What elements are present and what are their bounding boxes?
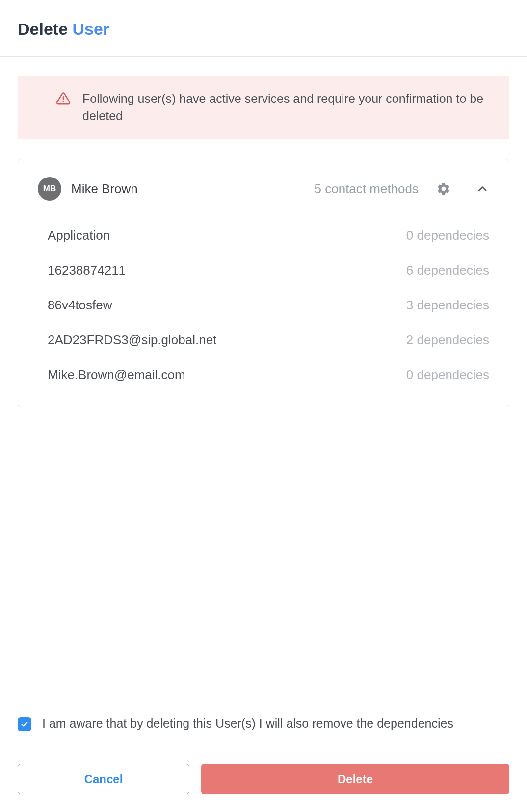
- confirm-text: I am aware that by deleting this User(s)…: [42, 714, 453, 732]
- contact-item: 86v4tosfew 3 dependecies: [48, 288, 489, 323]
- contact-item: 2AD23FRDS3@sip.global.net 2 dependecies: [48, 323, 489, 357]
- check-icon: [21, 720, 28, 728]
- warning-triangle-icon: [56, 91, 71, 106]
- contact-dependencies: 0 dependecies: [406, 367, 489, 382]
- contact-dependencies: 3 dependecies: [406, 298, 489, 313]
- confirm-checkbox[interactable]: [18, 717, 31, 731]
- contact-summary: 5 contact methods: [315, 181, 419, 197]
- user-summary-row: MB Mike Brown 5 contact methods: [38, 177, 489, 201]
- contact-item: Mike.Brown@email.com 0 dependecies: [48, 357, 489, 392]
- dialog-footer: Cancel Delete: [0, 746, 527, 812]
- contact-label: 86v4tosfew: [48, 298, 112, 313]
- warning-alert: Following user(s) have active services a…: [18, 76, 509, 139]
- user-card: MB Mike Brown 5 contact methods Applicat…: [18, 159, 509, 407]
- user-name: Mike Brown: [71, 181, 305, 197]
- dialog-content: Following user(s) have active services a…: [0, 57, 527, 714]
- contact-label: 2AD23FRDS3@sip.global.net: [48, 332, 216, 348]
- contact-dependencies: 0 dependecies: [406, 228, 489, 243]
- contact-item: 16238874211 6 dependecies: [48, 253, 489, 288]
- chevron-up-icon[interactable]: [475, 182, 489, 196]
- gear-icon[interactable]: [436, 181, 451, 196]
- contact-dependencies: 6 dependecies: [406, 263, 489, 278]
- title-user-link[interactable]: User: [73, 20, 110, 38]
- contact-list: Application 0 dependecies 16238874211 6 …: [38, 218, 489, 392]
- contact-label: 16238874211: [48, 263, 126, 278]
- warning-message: Following user(s) have active services a…: [82, 90, 486, 125]
- avatar: MB: [38, 177, 61, 201]
- contact-label: Application: [48, 228, 110, 243]
- title-prefix: Delete: [18, 20, 73, 38]
- page-title: Delete User: [18, 20, 509, 39]
- dialog-header: Delete User: [0, 0, 527, 57]
- confirm-section: I am aware that by deleting this User(s)…: [0, 714, 527, 746]
- delete-button[interactable]: Delete: [201, 764, 509, 794]
- cancel-button[interactable]: Cancel: [18, 764, 189, 794]
- contact-label: Mike.Brown@email.com: [48, 367, 185, 382]
- contact-item: Application 0 dependecies: [48, 218, 489, 253]
- contact-dependencies: 2 dependecies: [406, 332, 489, 348]
